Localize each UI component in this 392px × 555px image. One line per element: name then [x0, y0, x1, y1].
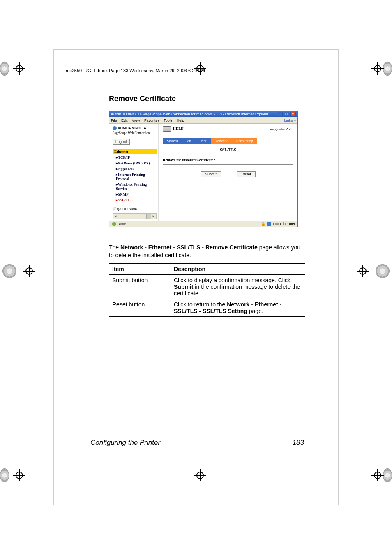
tab-system[interactable]: System [163, 138, 182, 144]
menu-bar: File Edit View Favorites Tools Help Link… [109, 117, 297, 124]
rosette-icon [383, 468, 392, 482]
nav-ethernet[interactable]: Ethernet [113, 149, 157, 154]
tab-print[interactable]: Print [195, 138, 211, 144]
reset-button[interactable]: Reset [237, 171, 256, 177]
scroll-right-icon[interactable]: ► [151, 214, 156, 218]
menu-tools[interactable]: Tools [164, 118, 172, 122]
registration-mark-icon [357, 265, 369, 277]
printer-icon [163, 126, 171, 132]
running-header: mc2550_RG_E.book Page 183 Wednesday, Mar… [66, 67, 288, 73]
nav-wps[interactable]: ▸Windows Printing Service [113, 182, 157, 191]
nav-ssl[interactable]: ▸SSL/TLS [113, 197, 157, 203]
qshop-link[interactable]: 🛒Q-SHOP.com [113, 207, 157, 211]
menu-file[interactable]: File [111, 118, 117, 122]
menu-view[interactable]: View [132, 118, 140, 122]
page-number: 183 [293, 439, 304, 447]
close-icon[interactable]: × [290, 112, 296, 117]
sub-brand: PageScope Web Connection [113, 131, 157, 135]
minimize-icon[interactable]: _ [277, 112, 283, 117]
scroll-left-icon[interactable]: ◄ [113, 214, 118, 218]
rosette-icon [376, 264, 390, 278]
registration-mark-icon [13, 62, 21, 75]
zone-icon [267, 222, 271, 226]
security-zone: Local intranet [273, 222, 295, 226]
registration-mark-icon [13, 469, 21, 481]
tab-accounting[interactable]: Accounting [232, 138, 257, 144]
nav-snmp[interactable]: ▸SNMP [113, 191, 157, 197]
registration-mark-icon [371, 469, 379, 481]
product-name: magicolor 2550 [270, 127, 293, 131]
description-paragraph: The Network - Ethernet - SSL/TLS - Remov… [109, 244, 305, 259]
maximize-icon[interactable]: □ [284, 112, 289, 117]
rosette-icon [2, 264, 16, 278]
nav-appletalk[interactable]: ▸AppleTalk [113, 166, 157, 172]
window-title: KONICA MINOLTA PageScope Web Connection … [111, 112, 268, 116]
rosette-icon [383, 62, 392, 76]
brand-logo: KONICA MINOLTA [113, 126, 157, 130]
footer-title: Configuring the Printer [90, 439, 160, 447]
prompt-text: Remove the installed Certificate? [163, 158, 293, 162]
section-title: Remove Certificate [109, 94, 305, 103]
printer-status: [IDLE] [163, 126, 184, 132]
description-table: Item Description Submit button Click to … [109, 263, 305, 317]
cell-item: Reset button [109, 299, 171, 316]
nav-netware[interactable]: ▸NetWare (IPX/SPX) [113, 160, 157, 166]
nav-tcpip[interactable]: ▸TCP/IP [113, 154, 157, 160]
submit-button[interactable]: Submit [201, 171, 221, 177]
page-footer: Configuring the Printer 183 [90, 439, 304, 447]
status-bar: 🟢 Done 🔒 Local intranet [109, 221, 297, 227]
table-row: Submit button Click to display a confirm… [109, 274, 305, 299]
header-text: mc2550_RG_E.book Page 183 Wednesday, Mar… [66, 68, 205, 73]
window-titlebar: KONICA MINOLTA PageScope Web Connection … [109, 111, 297, 117]
divider [163, 164, 293, 165]
nav-ipp[interactable]: ▸Internet Printing Protocol [113, 172, 157, 182]
sidebar: KONICA MINOLTA PageScope Web Connection … [109, 124, 159, 221]
th-item: Item [109, 263, 171, 274]
status-done: 🟢 Done [112, 222, 126, 226]
tab-network[interactable]: Network [211, 138, 232, 144]
registration-mark-icon [23, 265, 35, 277]
table-row: Reset button Click to return to the Netw… [109, 299, 305, 316]
page-heading: SSL/TLS [163, 147, 293, 152]
menu-favorites[interactable]: Favorites [144, 118, 159, 122]
th-description: Description [171, 263, 305, 274]
tab-job[interactable]: Job [182, 138, 196, 144]
rosette-icon [0, 468, 9, 482]
browser-window: KONICA MINOLTA PageScope Web Connection … [109, 111, 298, 227]
tab-bar: System Job Print Network Accounting [163, 138, 293, 144]
registration-mark-icon [371, 62, 379, 75]
menu-help[interactable]: Help [177, 118, 184, 122]
menu-edit[interactable]: Edit [121, 118, 128, 122]
links-label[interactable]: Links » [284, 118, 296, 122]
lock-icon: 🔒 [261, 222, 265, 226]
cell-item: Submit button [109, 274, 171, 299]
sidebar-nav: Ethernet ▸TCP/IP ▸NetWare (IPX/SPX) ▸App… [113, 149, 157, 203]
rosette-icon [0, 62, 9, 76]
sidebar-scrollbar[interactable]: ◄ ► [113, 213, 157, 219]
cell-desc: Click to display a confirmation message.… [171, 274, 305, 299]
logout-button[interactable]: Logout [113, 139, 130, 145]
brand-dot-icon [113, 126, 117, 130]
main-content: [IDLE] magicolor 2550 System Job Print N… [159, 124, 297, 221]
cell-desc: Click to return to the Network - Etherne… [171, 299, 305, 316]
